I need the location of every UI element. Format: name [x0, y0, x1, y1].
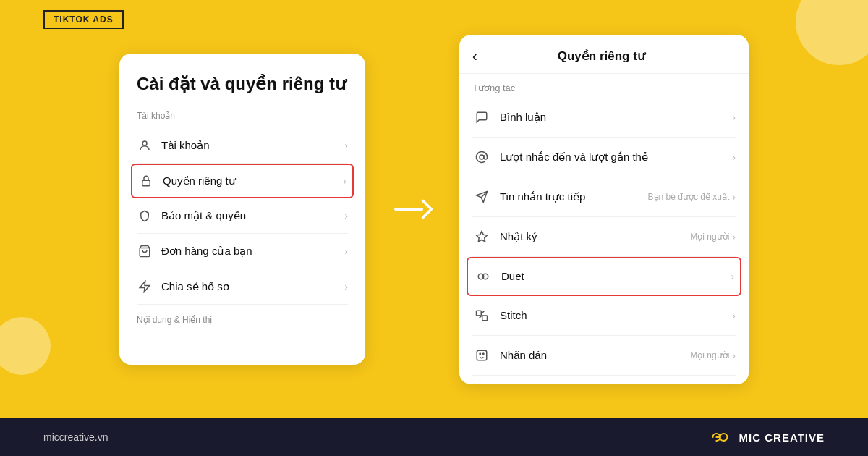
- left-card-title: Cài đặt và quyền riêng tư: [137, 74, 348, 95]
- svg-rect-10: [477, 311, 482, 316]
- footer-brand: MIC CREATIVE: [706, 430, 825, 444]
- left-phone-card: Cài đặt và quyền riêng tư Tài khoản Tài …: [119, 54, 365, 365]
- tiktok-ads-badge: TIKTOK ADS: [43, 10, 124, 29]
- right-label-duet: Duet: [501, 270, 731, 282]
- menu-item-bao-mat[interactable]: Bảo mật & quyền ›: [137, 198, 348, 234]
- right-label-binh-luan: Bình luận: [500, 111, 732, 124]
- chevron-bao-mat: ›: [344, 210, 348, 221]
- menu-label-bao-mat: Bảo mật & quyền: [161, 209, 344, 222]
- right-menu-item-luot-nhac[interactable]: Lượt nhắc đến và lượt gắn thẻ ›: [472, 138, 736, 177]
- right-sublabel-tin-nhan: Bạn bè được đề xuất: [648, 192, 730, 202]
- svg-marker-7: [477, 231, 488, 241]
- right-card-header: ‹ Quyền riêng tư: [459, 35, 749, 74]
- right-menu-item-nhan-dan[interactable]: Nhãn dán Mọi người ›: [472, 336, 736, 376]
- back-button[interactable]: ‹: [472, 48, 477, 64]
- svg-marker-3: [140, 281, 150, 292]
- right-menu-item-nhat-ky[interactable]: Nhật ký Mọi người ›: [472, 217, 736, 257]
- right-sublabel-nhan-dan: Mọi người: [690, 350, 729, 360]
- svg-point-4: [480, 155, 484, 159]
- duet-icon: [474, 267, 493, 286]
- chevron-duet: ›: [731, 271, 734, 282]
- menu-item-don-hang[interactable]: Đơn hàng của bạn ›: [137, 234, 348, 269]
- chevron-chia-se: ›: [344, 281, 348, 292]
- right-label-nhan-dan: Nhãn dán: [500, 349, 690, 361]
- menu-item-chia-se[interactable]: Chia sẻ hồ sơ ›: [137, 269, 348, 305]
- menu-label-don-hang: Đơn hàng của bạn: [161, 245, 344, 258]
- svg-point-14: [483, 353, 485, 355]
- arrow-container: [394, 200, 430, 218]
- chevron-tai-khoan: ›: [344, 140, 348, 151]
- menu-item-tai-khoan[interactable]: Tài khoản ›: [137, 128, 348, 164]
- right-label-tin-nhan: Tin nhắn trực tiếp: [500, 190, 648, 203]
- svg-rect-12: [477, 350, 487, 360]
- svg-rect-1: [142, 180, 150, 186]
- right-label-stitch: Stitch: [500, 309, 732, 321]
- chevron-binh-luan: ›: [732, 111, 736, 123]
- footer-brand-name: MIC CREATIVE: [739, 431, 825, 444]
- right-menu-item-binh-luan[interactable]: Bình luận ›: [472, 98, 736, 138]
- menu-item-quyen-rieng-tu[interactable]: Quyền riêng tư ›: [131, 164, 354, 198]
- chevron-quyen-rieng-tu: ›: [343, 175, 346, 187]
- mention-icon: [472, 148, 491, 166]
- right-card-title: Quyền riêng tư: [489, 48, 714, 64]
- menu-label-tai-khoan: Tài khoản: [161, 139, 344, 152]
- svg-point-13: [480, 353, 481, 355]
- svg-point-0: [142, 141, 147, 145]
- chevron-stitch: ›: [732, 310, 736, 321]
- sticker-icon: [472, 346, 491, 365]
- star-icon: [472, 227, 491, 246]
- right-menu-item-stitch[interactable]: Stitch ›: [472, 296, 736, 336]
- right-card-body: Tương tác Bình luận › Lượt nhắc đ: [459, 74, 749, 384]
- stitch-icon: [472, 306, 491, 325]
- chevron-luot-nhac: ›: [732, 151, 736, 163]
- message-icon: [472, 187, 491, 206]
- left-section-bottom-label: Nội dung & Hiển thị: [137, 315, 348, 325]
- share-icon: [137, 279, 153, 295]
- chevron-nhan-dan: ›: [732, 350, 736, 361]
- shield-icon: [137, 208, 153, 224]
- menu-label-quyen-rieng-tu: Quyền riêng tư: [163, 174, 343, 187]
- right-label-nhat-ky: Nhật ký: [500, 230, 690, 243]
- right-label-luot-nhac: Lượt nhắc đến và lượt gắn thẻ: [500, 151, 732, 164]
- chevron-nhat-ky: ›: [732, 231, 736, 242]
- deco-circle-bottom-left: [0, 317, 51, 375]
- deco-circle-top-right: [796, 0, 868, 65]
- comment-icon: [472, 108, 491, 127]
- svg-rect-11: [482, 316, 488, 321]
- right-phone-card: ‹ Quyền riêng tư Tương tác Bình luận ›: [459, 35, 749, 384]
- footer: miccreative.vn MIC CREATIVE: [0, 418, 868, 456]
- right-sublabel-nhat-ky: Mọi người: [690, 232, 729, 242]
- chevron-tin-nhan: ›: [732, 191, 736, 203]
- menu-label-chia-se: Chia sẻ hồ sơ: [161, 280, 344, 293]
- left-section-top-label: Tài khoản: [137, 111, 348, 121]
- footer-url: miccreative.vn: [43, 431, 108, 443]
- right-section-label: Tương tác: [472, 83, 736, 93]
- chevron-don-hang: ›: [344, 245, 348, 257]
- person-icon: [137, 138, 153, 153]
- right-menu-item-tin-nhan[interactable]: Tin nhắn trực tiếp Bạn bè được đề xuất ›: [472, 177, 736, 217]
- mic-creative-logo-icon: [706, 430, 732, 444]
- cart-icon: [137, 243, 153, 259]
- right-menu-item-duet[interactable]: Duet ›: [467, 257, 741, 296]
- right-arrow-icon: [394, 200, 430, 218]
- main-area: TIKTOK ADS Cài đặt và quyền riêng tư Tài…: [0, 0, 868, 418]
- lock-icon: [138, 173, 154, 189]
